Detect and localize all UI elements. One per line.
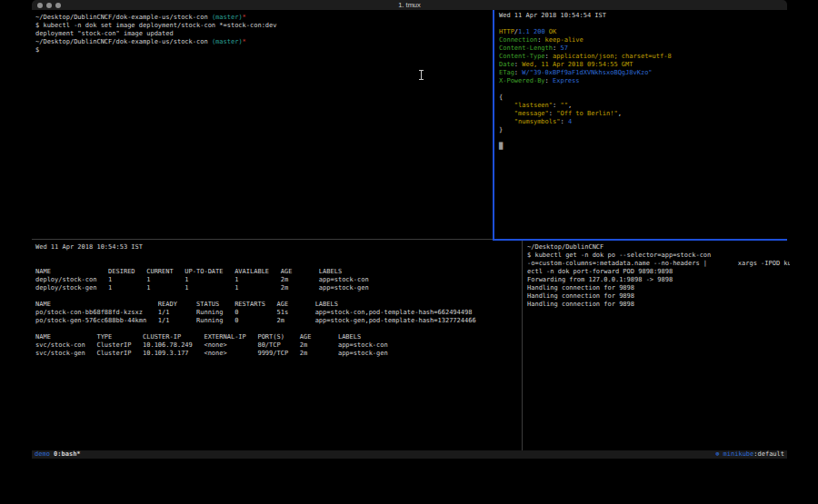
terminal-line: "message": "Off to Berlin!", (499, 110, 791, 118)
terminal-line (35, 260, 524, 268)
terminal-line: deployment "stock-con" image updated (35, 30, 495, 38)
terminal-line: ectl -n dok port-forward POD 9898:9898 (527, 268, 790, 276)
terminal-line: $ (35, 46, 495, 54)
pane-divider-vertical-bottom[interactable] (522, 241, 523, 450)
terminal-line: po/stock-gen-576cc688bb-44kmn 1/1 Runnin… (35, 317, 524, 325)
terminal-window: 1. tmux ~/Desktop/DublinCNCF/dok-example… (32, 0, 787, 459)
terminal-line: Wed 11 Apr 2018 10:54:54 IST (499, 12, 791, 20)
terminal-line: █ (499, 143, 791, 151)
window-title: 1. tmux (32, 1, 787, 10)
pane-top-right-http-response[interactable]: Wed 11 Apr 2018 10:54:54 ISTHTTP/1.1 200… (494, 10, 791, 241)
terminal-line: $ kubectl get -n dok po --selector=app=s… (527, 252, 790, 260)
terminal-line (499, 134, 791, 143)
terminal-line (35, 252, 524, 260)
window-titlebar[interactable]: 1. tmux (32, 0, 787, 10)
terminal-line: } (499, 126, 791, 134)
terminal-line: ~/Desktop/DublinCNCF/dok-example-us/stoc… (35, 38, 495, 46)
terminal-line: po/stock-con-bb68f88fd-kzsxz 1/1 Running… (35, 309, 524, 317)
terminal-line: Date: Wed, 11 Apr 2018 09:54:55 GMT (499, 61, 791, 69)
terminal-line: deploy/stock-gen 1 1 1 1 2m app=stock-ge… (35, 284, 524, 292)
terminal-line: { (499, 94, 791, 102)
pane-bottom-right-port-forward[interactable]: ~/Desktop/DublinCNCF$ kubectl get -n dok… (524, 240, 790, 454)
terminal-line: HTTP/1.1 200 OK (499, 28, 791, 36)
terminal-line: Handling connection for 9898 (527, 301, 790, 309)
terminal-line: Content-Length: 57 (499, 44, 791, 53)
text-cursor-pointer (419, 70, 424, 80)
terminal-line: Content-Type: application/json; charset=… (499, 53, 791, 61)
window-tab[interactable]: 0:bash* (54, 450, 81, 458)
terminal-line: X-Powered-By: Express (499, 77, 791, 85)
terminal-line: NAME TYPE CLUSTER-IP EXTERNAL-IP PORT(S)… (35, 333, 524, 341)
ibeam-bottom-serif (419, 79, 424, 80)
terminal-line: "numsymbols": 4 (499, 118, 791, 126)
terminal-line: Wed 11 Apr 2018 10:54:53 IST (35, 243, 524, 252)
terminal-line: "lastseen": "", (499, 102, 791, 110)
tmux-status-bar: demo 0:bash* ⊛ minikube:default (32, 450, 787, 459)
terminal-line: ~/Desktop/DublinCNCF (527, 243, 790, 252)
terminal-line: ETag: W/"39-0xBPf9aF1dXVNkhsxoBQgJ8vKzo" (499, 69, 791, 77)
terminal-line: Connection: keep-alive (499, 36, 791, 44)
terminal-line: ~/Desktop/DublinCNCF/dok-example-us/stoc… (35, 14, 495, 22)
terminal-line: Handling connection for 9898 (527, 284, 790, 292)
terminal-line (499, 20, 791, 28)
terminal-line: -o=custom-columns=:metadata.name --no-he… (527, 260, 790, 268)
terminal-line (35, 325, 524, 333)
status-right: ⊛ minikube:default (715, 450, 784, 459)
terminal-line: NAME DESIRED CURRENT UP-TO-DATE AVAILABL… (35, 268, 524, 276)
terminal-line: Handling connection for 9898 (527, 292, 790, 301)
kube-namespace: :default (753, 450, 784, 458)
desktop-background: 1. tmux ~/Desktop/DublinCNCF/dok-example… (0, 0, 818, 504)
terminal-line: svc/stock-con ClusterIP 10.106.78.249 <n… (35, 341, 524, 350)
terminal-line: Forwarding from 127.0.0.1:9898 -> 9898 (527, 276, 790, 284)
terminal-line: $ kubectl -n dok set image deployment/st… (35, 22, 495, 30)
pane-top-left-shell[interactable]: ~/Desktop/DublinCNCF/dok-example-us/stoc… (33, 10, 495, 242)
terminal-line (499, 85, 791, 94)
terminal-line: deploy/stock-con 1 1 1 1 2m app=stock-co… (35, 276, 524, 284)
session-name: demo (35, 450, 50, 458)
terminal-line (35, 292, 524, 301)
terminal-line: NAME READY STATUS RESTARTS AGE LABELS (35, 301, 524, 309)
terminal-line: svc/stock-gen ClusterIP 10.109.3.177 <no… (35, 350, 524, 358)
status-left: demo 0:bash* (35, 450, 81, 459)
pane-bottom-left-kubectl-get[interactable]: Wed 11 Apr 2018 10:54:53 ISTNAME DESIRED… (33, 240, 524, 454)
kube-context: minikube (723, 450, 754, 458)
